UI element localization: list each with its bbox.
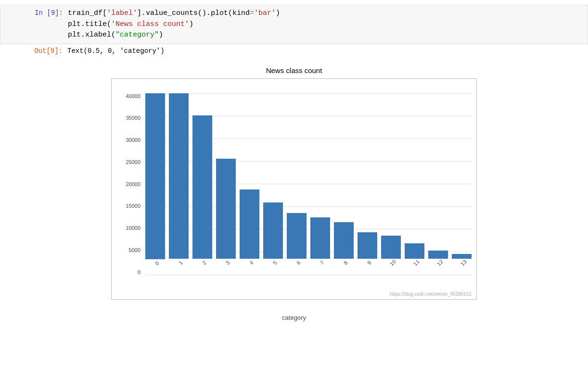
bar-5 bbox=[263, 202, 283, 258]
code-part: ) bbox=[159, 31, 163, 39]
code-part: "category" bbox=[115, 31, 159, 39]
bar-col-1: 1 bbox=[169, 93, 189, 275]
bar-col-5: 5 bbox=[263, 93, 283, 275]
bar-col-11: 11 bbox=[405, 93, 424, 275]
code-part: = bbox=[250, 9, 254, 17]
y-label-15000: 15000 bbox=[126, 203, 141, 209]
x-label-13: 13 bbox=[460, 258, 474, 273]
code-part: 'bar' bbox=[254, 9, 276, 17]
y-label-40000: 40000 bbox=[126, 93, 141, 99]
output-cell: Out[9]: Text(0.5, 0, 'category') bbox=[0, 44, 588, 57]
y-label-5000: 5000 bbox=[129, 247, 141, 253]
bar-col-2: 2 bbox=[192, 93, 212, 275]
bar-col-10: 10 bbox=[381, 93, 401, 275]
x-label-4: 4 bbox=[248, 259, 261, 272]
code-part: ].value_counts().plot(kind bbox=[137, 9, 250, 17]
output-text: Text(0.5, 0, 'category') bbox=[67, 46, 165, 55]
bar-9 bbox=[358, 232, 377, 259]
y-axis-labels: 40000 35000 30000 25000 20000 15000 1000… bbox=[112, 93, 143, 275]
code-part: plt.title( bbox=[68, 20, 111, 28]
bar-10 bbox=[381, 236, 401, 258]
x-label-12: 12 bbox=[436, 258, 450, 273]
x-label-11: 11 bbox=[412, 258, 427, 273]
x-label-2: 2 bbox=[201, 259, 214, 272]
code-part: 'label' bbox=[107, 9, 137, 17]
code-line-3: plt.xlabel("category") bbox=[68, 30, 588, 41]
bar-11 bbox=[405, 243, 424, 258]
bar-col-3: 3 bbox=[216, 93, 236, 275]
bars-area: 012345678910111213 bbox=[145, 93, 472, 275]
bar-col-6: 6 bbox=[287, 93, 307, 275]
y-label-30000: 30000 bbox=[126, 137, 141, 143]
cell-code: train_df['label'].value_counts().plot(ki… bbox=[68, 8, 588, 41]
bar-col-9: 9 bbox=[358, 93, 377, 275]
x-label-5: 5 bbox=[272, 259, 284, 272]
input-cell: In [9]: train_df['label'].value_counts()… bbox=[0, 5, 588, 44]
bar-2 bbox=[192, 115, 212, 259]
notebook: In [9]: train_df['label'].value_counts()… bbox=[0, 0, 588, 378]
bar-6 bbox=[287, 213, 307, 259]
bar-col-7: 7 bbox=[310, 93, 330, 275]
chart-plot-area: 40000 35000 30000 25000 20000 15000 1000… bbox=[111, 78, 477, 300]
y-label-20000: 20000 bbox=[126, 181, 141, 187]
y-label-35000: 35000 bbox=[126, 115, 141, 121]
bar-4 bbox=[240, 189, 259, 259]
x-label-7: 7 bbox=[319, 259, 332, 272]
x-label-0: 0 bbox=[154, 260, 166, 272]
x-label-10: 10 bbox=[389, 258, 403, 273]
x-label-9: 9 bbox=[366, 259, 379, 272]
code-line-2: plt.title('News class count') bbox=[68, 19, 588, 30]
y-label-10000: 10000 bbox=[126, 225, 141, 231]
code-part: train_df[ bbox=[68, 9, 107, 17]
bar-col-13: 13 bbox=[452, 93, 472, 275]
watermark: https://blog.csdn.net/weixin_45396151 bbox=[390, 291, 472, 297]
bar-7 bbox=[310, 217, 330, 258]
x-label-8: 8 bbox=[343, 259, 355, 272]
code-line-1: train_df['label'].value_counts().plot(ki… bbox=[68, 8, 588, 19]
out-label: Out[9]: bbox=[0, 46, 67, 55]
code-part: ) bbox=[276, 9, 280, 17]
x-axis-title: category bbox=[282, 314, 306, 321]
bar-col-0: 0 bbox=[145, 93, 165, 275]
bar-13 bbox=[452, 254, 472, 258]
chart-title: News class count bbox=[266, 66, 322, 75]
bar-8 bbox=[334, 222, 354, 259]
x-label-6: 6 bbox=[295, 259, 308, 272]
bar-12 bbox=[428, 251, 448, 259]
y-label-25000: 25000 bbox=[126, 159, 141, 165]
in-label: In [9]: bbox=[0, 8, 68, 17]
bar-0 bbox=[145, 93, 165, 260]
code-part: ) bbox=[189, 20, 193, 28]
bar-1 bbox=[169, 93, 189, 259]
y-label-0: 0 bbox=[138, 269, 141, 275]
x-label-3: 3 bbox=[225, 259, 237, 272]
code-part: plt.xlabel( bbox=[68, 31, 115, 39]
bar-col-12: 12 bbox=[428, 93, 448, 275]
bar-3 bbox=[216, 159, 236, 259]
x-label-1: 1 bbox=[178, 260, 190, 272]
code-part: 'News class count' bbox=[111, 20, 189, 28]
chart-container: News class count 40000 35000 30000 25000 bbox=[102, 66, 486, 321]
bar-col-4: 4 bbox=[240, 93, 259, 275]
bar-col-8: 8 bbox=[334, 93, 354, 275]
